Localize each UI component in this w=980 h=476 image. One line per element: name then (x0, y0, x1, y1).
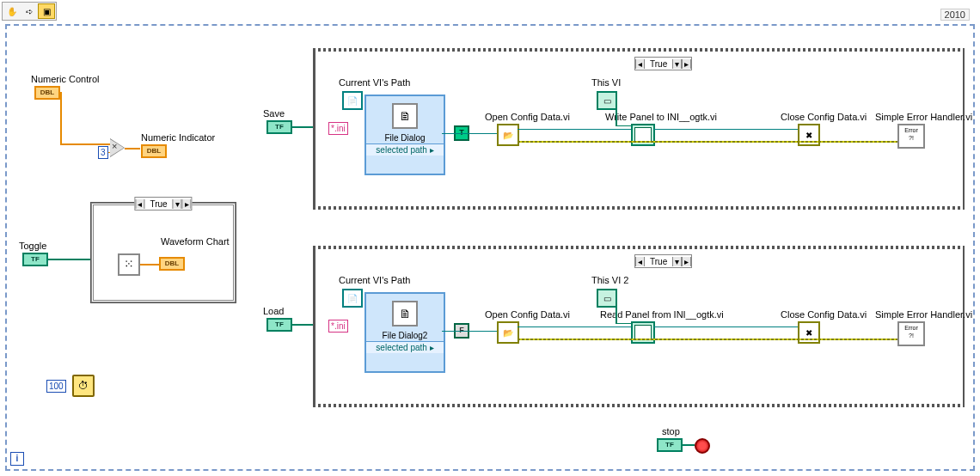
wait-ms-timer-icon: ⏱ (72, 375, 95, 397)
current-vi-path-2-icon: 📄 (342, 289, 363, 308)
this-vi-2-label: This VI 2 (591, 275, 628, 285)
save-sequence-frame: ◂ True ▾ ▸ Current VI's Path 📄 *.ini 🗎 F… (313, 48, 965, 210)
toggle-label: Toggle (19, 241, 46, 251)
version-badge: 2010 (940, 9, 970, 21)
pan-tool-icon[interactable]: ✋ (3, 3, 21, 19)
tool-palette: ✋ ➪ ▣ (2, 2, 57, 21)
case-selector-save[interactable]: ◂ True ▾ ▸ (634, 57, 692, 70)
file-dialog-2-title: File Dialog2 (366, 330, 444, 341)
close-config-2-label: Close Config Data.vi (781, 309, 867, 320)
write-panel-subvi (631, 124, 655, 146)
stop-condition-icon (695, 438, 710, 454)
error-handler-2-label: Simple Error Handler.vi (875, 309, 972, 320)
case-selector-toggle[interactable]: ◂ True ▾ ▸ (134, 197, 192, 211)
arrow-tool-icon[interactable]: ➪ (21, 3, 38, 19)
case-prev-icon[interactable]: ◂ (135, 199, 144, 209)
load-case-prev-icon[interactable]: ◂ (635, 257, 645, 266)
file-dialog-2-icon: 🗎 (392, 301, 418, 326)
case-next-icon[interactable]: ▾ (173, 199, 182, 209)
selected-path-output-1: selected path ▸ (366, 143, 444, 156)
multiply-constant[interactable]: 3 (98, 146, 108, 159)
error-handler-1-subvi (897, 124, 925, 149)
stop-terminal[interactable]: TF (657, 438, 683, 452)
numeric-indicator-terminal[interactable]: DBL (141, 144, 167, 158)
case-next2-icon[interactable]: ▸ (182, 199, 192, 209)
numeric-control-label: Numeric Control (31, 74, 99, 84)
loop-iteration-terminal: i (10, 452, 24, 466)
this-vi-ref-1: ▭ (597, 91, 617, 110)
waveform-chart-terminal[interactable]: DBL (159, 257, 185, 271)
file-dialog-1-title: File Dialog (366, 132, 444, 143)
file-dialog-1-icon: 🗎 (392, 103, 418, 129)
write-panel-label: Write Panel to INI__ogtk.vi (605, 112, 717, 122)
save-terminal[interactable]: TF (266, 120, 292, 134)
read-panel-subvi (631, 321, 655, 344)
current-vi-path-2-label: Current VI's Path (339, 275, 410, 285)
close-config-1-subvi: ✖ (798, 124, 820, 146)
ini-extension-1[interactable]: *.ini (328, 122, 348, 135)
current-vi-path-1-icon: 📄 (342, 91, 363, 110)
while-loop: 2010 i Numeric Control DBL 3 Numeric Ind… (5, 24, 975, 471)
open-config-2-label: Open Config Data.vi (485, 309, 570, 320)
open-config-2-subvi: 📂 (497, 321, 519, 344)
load-terminal[interactable]: TF (266, 318, 292, 332)
numeric-control-terminal[interactable]: DBL (34, 86, 60, 100)
this-vi-ref-2: ▭ (597, 289, 617, 308)
read-panel-label: Read Panel from INI__ogtk.vi (600, 309, 724, 320)
case-selector-load[interactable]: ◂ True ▾ ▸ (634, 254, 692, 268)
close-config-1-label: Close Config Data.vi (781, 112, 867, 122)
toggle-terminal[interactable]: TF (22, 253, 48, 266)
ini-extension-2[interactable]: *.ini (328, 320, 348, 333)
error-handler-2-subvi (897, 321, 925, 346)
this-vi-1-label: This VI (591, 77, 621, 88)
open-config-1-subvi: 📂 (497, 124, 519, 146)
stop-label: stop (662, 426, 680, 436)
close-config-2-subvi: ✖ (798, 321, 820, 344)
save-case-next-icon[interactable]: ▸ (682, 59, 691, 69)
save-case-dd-icon[interactable]: ▾ (672, 59, 682, 69)
save-label: Save (263, 108, 285, 119)
waveform-chart-label: Waveform Chart (161, 236, 230, 247)
load-case-next-icon[interactable]: ▸ (682, 257, 691, 266)
open-config-1-label: Open Config Data.vi (485, 112, 570, 122)
load-sequence-frame: ◂ True ▾ ▸ Current VI's Path 📄 *.ini 🗎 F… (313, 246, 965, 407)
file-dialog-1: 🗎 File Dialog selected path ▸ (364, 95, 445, 175)
error-handler-1-label: Simple Error Handler.vi (875, 112, 972, 122)
random-number-node (118, 253, 140, 276)
toggle-case-structure: ◂ True ▾ ▸ Waveform Chart DBL (91, 203, 236, 302)
numeric-indicator-label: Numeric Indicator (141, 132, 215, 143)
load-case-dd-icon[interactable]: ▾ (672, 257, 682, 266)
save-case-prev-icon[interactable]: ◂ (635, 59, 645, 69)
selected-path-output-2: selected path ▸ (366, 341, 444, 353)
file-dialog-2: 🗎 File Dialog2 selected path ▸ (364, 292, 445, 373)
current-vi-path-1-label: Current VI's Path (339, 77, 410, 88)
wait-ms-constant[interactable]: 100 (46, 380, 66, 393)
multiply-node (110, 139, 124, 156)
load-label: Load (263, 306, 284, 316)
probe-tool-icon[interactable]: ▣ (38, 3, 55, 19)
